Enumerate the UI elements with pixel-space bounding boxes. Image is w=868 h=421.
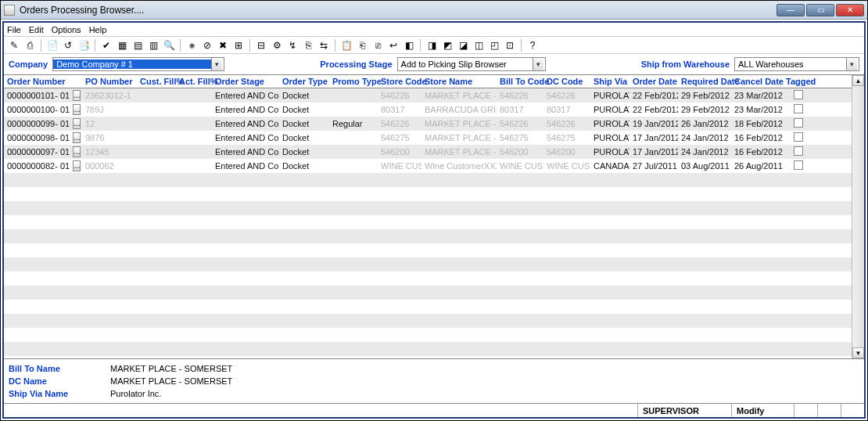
scroll-up-icon[interactable]: ▲ bbox=[852, 75, 864, 86]
toolbar-button-27[interactable]: ◫ bbox=[472, 38, 486, 52]
toolbar-button-17[interactable]: ⎘ bbox=[301, 38, 315, 52]
stage-combo[interactable]: Add to Picking Slip Browser ▾ bbox=[397, 57, 546, 71]
cell-ship: PUROLAT bbox=[590, 147, 629, 157]
toolbar-button-5[interactable]: ✔ bbox=[99, 38, 113, 52]
table-row[interactable]: 0000000082- 01...000062Entered AND ConfD… bbox=[4, 159, 852, 173]
cell-order: 0000000097- 01 bbox=[7, 147, 70, 157]
checkbox-icon[interactable] bbox=[794, 104, 803, 113]
table-row[interactable]: 0000000099- 01...12Entered AND ConfDocke… bbox=[4, 117, 852, 131]
toolbar-button-12[interactable]: ✖ bbox=[216, 38, 230, 52]
toolbar-button-18[interactable]: ⇆ bbox=[317, 38, 331, 52]
maximize-button[interactable]: ▭ bbox=[806, 4, 834, 16]
toolbar-button-0[interactable]: ✎ bbox=[7, 38, 21, 52]
ellipsis-button[interactable]: ... bbox=[73, 132, 81, 143]
chevron-down-icon[interactable]: ▾ bbox=[533, 58, 543, 70]
company-combo[interactable]: Demo Company # 1 ▾ bbox=[52, 57, 224, 71]
toolbar-button-4[interactable]: 📑 bbox=[77, 38, 91, 52]
cell-order: 0000000101- 01 bbox=[7, 91, 70, 100]
col-cancel-date[interactable]: Cancel Date bbox=[731, 75, 783, 88]
table-row[interactable]: 0000000098- 01...9876Entered AND ConfDoc… bbox=[4, 131, 852, 145]
cell-promo: Regular bbox=[329, 119, 378, 128]
cell-po: 23623012-1 bbox=[82, 91, 137, 100]
toolbar-button-2[interactable]: 📄 bbox=[45, 38, 59, 52]
cell-store: 546200 bbox=[378, 147, 421, 157]
vertical-scrollbar[interactable]: ▲ ▼ bbox=[852, 75, 864, 358]
warehouse-combo[interactable]: ALL Warehouses ▾ bbox=[734, 57, 859, 71]
toolbar-button-25[interactable]: ◩ bbox=[440, 38, 454, 52]
ellipsis-button[interactable]: ... bbox=[73, 146, 81, 157]
cell-store-name: Wine CustomerXXX bbox=[421, 161, 497, 171]
close-button[interactable]: ✕ bbox=[836, 4, 864, 16]
menu-help[interactable]: Help bbox=[89, 25, 107, 34]
col-bill-to[interactable]: Bill To Code bbox=[497, 75, 543, 88]
titlebar: Orders Processing Browser.... — ▭ ✕ bbox=[1, 1, 867, 20]
menu-options[interactable]: Options bbox=[52, 25, 81, 34]
col-required-date[interactable]: Required Date bbox=[678, 75, 731, 88]
col-order-type[interactable]: Order Type bbox=[279, 75, 329, 88]
checkbox-icon[interactable] bbox=[794, 132, 803, 142]
toolbar-button-11[interactable]: ⊘ bbox=[200, 38, 214, 52]
toolbar-button-3[interactable]: ↺ bbox=[61, 38, 75, 52]
col-cust-fill[interactable]: Cust. Fill% bbox=[137, 75, 176, 88]
cell-dc: 80317 bbox=[543, 105, 590, 114]
toolbar-button-23[interactable]: ◧ bbox=[402, 38, 416, 52]
cell-tagged bbox=[783, 146, 814, 157]
cell-store: 546226 bbox=[378, 91, 421, 100]
menu-edit[interactable]: Edit bbox=[29, 25, 44, 34]
toolbar-button-6[interactable]: ▦ bbox=[115, 38, 129, 52]
col-order-stage[interactable]: Order Stage bbox=[212, 75, 279, 88]
chevron-down-icon[interactable]: ▾ bbox=[211, 58, 222, 70]
col-tagged[interactable]: Tagged bbox=[783, 75, 814, 88]
col-promo-type[interactable]: Promo Type bbox=[329, 75, 378, 88]
toolbar-button-14[interactable]: ⊟ bbox=[254, 38, 268, 52]
table-row[interactable]: 0000000100- 01...789JEntered AND ConfDoc… bbox=[4, 103, 852, 117]
toolbar-button-22[interactable]: ↩ bbox=[386, 38, 400, 52]
cell-store: 546226 bbox=[378, 119, 421, 128]
cell-ship: CANADA I bbox=[590, 161, 629, 171]
checkbox-icon[interactable] bbox=[794, 90, 803, 99]
cell-cancel-date: 18 Feb/2012 bbox=[731, 119, 783, 128]
toolbar-button-19[interactable]: 📋 bbox=[339, 38, 353, 52]
table-row[interactable]: 0000000097- 01...12345Entered AND ConfDo… bbox=[4, 145, 852, 159]
ellipsis-button[interactable]: ... bbox=[73, 90, 81, 101]
checkbox-icon[interactable] bbox=[794, 160, 803, 170]
toolbar-button-26[interactable]: ◪ bbox=[456, 38, 470, 52]
ellipsis-button[interactable]: ... bbox=[73, 160, 81, 171]
table-row[interactable]: 0000000101- 01...23623012-1Entered AND C… bbox=[4, 88, 852, 103]
toolbar-button-16[interactable]: ↯ bbox=[285, 38, 299, 52]
chevron-down-icon[interactable]: ▾ bbox=[846, 58, 857, 70]
col-dc-code[interactable]: DC Code bbox=[543, 75, 590, 88]
ellipsis-button[interactable]: ... bbox=[73, 118, 81, 129]
col-po[interactable]: PO Number bbox=[82, 75, 137, 88]
toolbar-button-9[interactable]: 🔍 bbox=[162, 38, 176, 52]
col-store-name[interactable]: Store Name bbox=[421, 75, 497, 88]
ellipsis-button[interactable]: ... bbox=[73, 104, 81, 115]
toolbar-button-15[interactable]: ⚙ bbox=[270, 38, 284, 52]
col-store-code[interactable]: Store Code bbox=[378, 75, 421, 88]
toolbar-button-1[interactable]: ⎙ bbox=[23, 38, 37, 52]
col-act-fill[interactable]: Act. Fill% bbox=[176, 75, 212, 88]
col-ship-via[interactable]: Ship Via bbox=[590, 75, 629, 88]
cell-billto: WINE CUSTO bbox=[497, 161, 543, 171]
menu-file[interactable]: File bbox=[7, 25, 21, 34]
col-order[interactable]: Order Number bbox=[4, 75, 82, 88]
scroll-down-icon[interactable]: ▼ bbox=[852, 347, 864, 358]
table-row-empty bbox=[4, 257, 852, 272]
checkbox-icon[interactable] bbox=[794, 118, 803, 128]
toolbar-button-8[interactable]: ▥ bbox=[146, 38, 160, 52]
toolbar-button-7[interactable]: ▤ bbox=[131, 38, 145, 52]
toolbar-button-24[interactable]: ◨ bbox=[425, 38, 439, 52]
status-mode: Modify bbox=[731, 404, 794, 417]
orders-grid[interactable]: Order Number PO Number Cust. Fill% Act. … bbox=[4, 75, 852, 358]
toolbar-button-10[interactable]: ⎈ bbox=[185, 38, 199, 52]
toolbar-button-29[interactable]: ⊡ bbox=[503, 38, 517, 52]
toolbar-button-28[interactable]: ◰ bbox=[487, 38, 501, 52]
checkbox-icon[interactable] bbox=[794, 146, 803, 156]
toolbar-button-21[interactable]: ⎚ bbox=[371, 38, 385, 52]
toolbar-button-30[interactable]: ? bbox=[525, 38, 540, 52]
toolbar-button-20[interactable]: ⎗ bbox=[355, 38, 369, 52]
table-row-empty bbox=[4, 342, 852, 356]
col-order-date[interactable]: Order Date bbox=[629, 75, 678, 88]
toolbar-button-13[interactable]: ⊞ bbox=[231, 38, 246, 52]
minimize-button[interactable]: — bbox=[777, 4, 805, 16]
